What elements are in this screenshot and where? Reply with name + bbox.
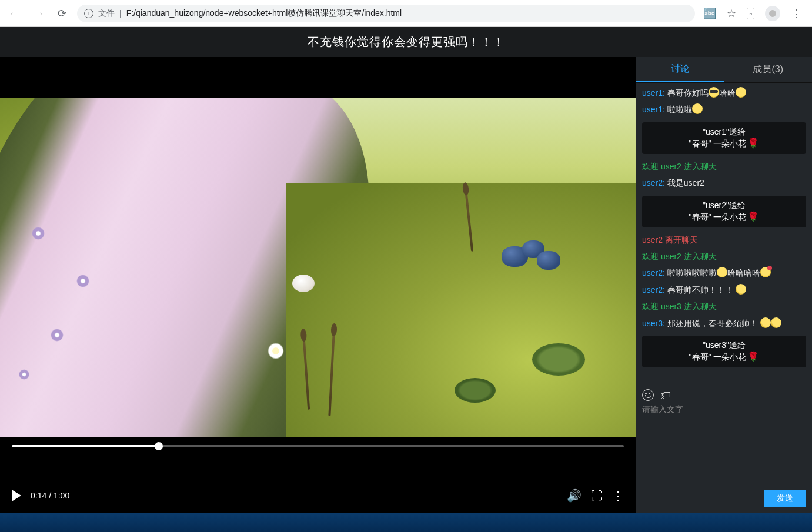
os-taskbar[interactable] [0, 513, 812, 532]
url-prefix: 文件 [98, 8, 115, 19]
video-time: 0:14 / 1:00 [31, 491, 69, 500]
gift-message: "user2"送给"春哥" 一朵小花🌹 [642, 196, 806, 227]
tab-discuss[interactable]: 讨论 [636, 57, 724, 82]
bookmark-star-icon[interactable]: ☆ [727, 7, 736, 20]
chat-panel: 讨论 成员(3) user1春哥你好吗哈哈user1啦啦啦"user1"送给"春… [636, 57, 812, 513]
url-path: F:/qianduan_huizong/node+websocket+html模… [126, 8, 402, 19]
system-leave-message: user2 离开聊天 [642, 233, 806, 246]
progress-thumb[interactable] [155, 442, 163, 450]
message-list[interactable]: user1春哥你好吗哈哈user1啦啦啦"user1"送给"春哥" 一朵小花🌹欢… [636, 83, 812, 384]
back-button[interactable]: ← [6, 4, 22, 22]
gift-icon[interactable]: 🏷 [660, 389, 671, 401]
message-user: user2 [642, 285, 667, 295]
chat-tabs: 讨论 成员(3) [636, 57, 812, 83]
chat-message: user2春哥帅不帅！！！ [642, 283, 806, 296]
system-join-message: 欢迎 user2 进入聊天 [642, 250, 806, 263]
video-canvas[interactable] [0, 57, 636, 478]
chat-message: user2啦啦啦啦啦啦哈哈哈哈 [642, 266, 806, 279]
reload-button[interactable]: ⟳ [55, 5, 69, 22]
forward-button[interactable]: → [31, 4, 47, 22]
volume-icon[interactable]: 🔊 [567, 488, 582, 503]
info-icon[interactable]: i [84, 9, 93, 18]
emoji-heart-icon [760, 267, 771, 277]
emoji-moon-icon [736, 284, 746, 295]
send-button[interactable]: 发送 [764, 490, 806, 507]
gift-message: "user3"送给"春哥" 一朵小花🌹 [642, 336, 806, 367]
chat-message: user3那还用说，春哥必须帅！ [642, 317, 806, 330]
kebab-menu-icon[interactable]: ⋮ [791, 7, 801, 20]
rose-icon: 🌹 [747, 351, 759, 362]
emoji-cool-icon [709, 87, 719, 98]
video-controls: 0:14 / 1:00 🔊 ⛶ ⋮ [0, 478, 636, 513]
emoji-moon-icon [760, 317, 771, 328]
translate-icon[interactable]: 🔤 [703, 7, 716, 20]
chat-message: user2我是user2 [642, 176, 806, 189]
gift-message: "user1"送给"春哥" 一朵小花🌹 [642, 122, 806, 154]
video-progress-bar[interactable] [12, 445, 624, 447]
tab-members[interactable]: 成员(3) [724, 57, 813, 82]
chat-input-area: 🏷 发送 [636, 384, 812, 513]
system-join-message: 欢迎 user3 进入聊天 [642, 300, 806, 313]
emoji-moon-icon [771, 317, 781, 328]
message-user: user2 [642, 178, 667, 188]
rose-icon: 🌹 [747, 211, 759, 222]
emoji-grin-icon [717, 267, 727, 277]
profile-avatar[interactable] [765, 6, 780, 21]
system-join-message: 欢迎 user2 进入聊天 [642, 160, 806, 173]
message-user: user3 [642, 319, 667, 328]
chat-message: user1啦啦啦 [642, 103, 806, 116]
browser-actions: 🔤 ☆ ▫ ⋮ [703, 6, 806, 21]
extension-icon[interactable]: ▫ [747, 8, 754, 19]
play-button[interactable] [12, 490, 21, 501]
chat-message: user1春哥你好吗哈哈 [642, 86, 806, 99]
browser-toolbar: ← → ⟳ i 文件 | F:/qianduan_huizong/node+we… [0, 0, 812, 27]
message-user: user2 [642, 268, 667, 277]
page-title: 不充钱你觉得你会变得更强吗！！！ [0, 27, 812, 57]
rose-icon: 🌹 [747, 138, 759, 149]
video-player: 0:14 / 1:00 🔊 ⛶ ⋮ [0, 57, 636, 513]
address-bar[interactable]: i 文件 | F:/qianduan_huizong/node+websocke… [77, 5, 695, 22]
emoji-picker-icon[interactable] [642, 389, 654, 401]
message-user: user1 [642, 88, 667, 98]
emoji-grin-icon [736, 87, 746, 98]
fullscreen-icon[interactable]: ⛶ [591, 489, 603, 503]
message-user: user1 [642, 105, 667, 114]
emoji-grin-icon [692, 103, 703, 114]
more-options-icon[interactable]: ⋮ [612, 488, 624, 503]
